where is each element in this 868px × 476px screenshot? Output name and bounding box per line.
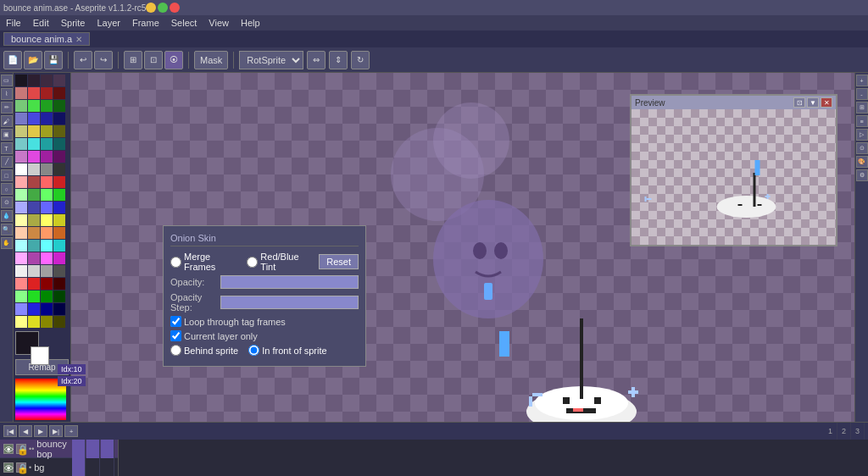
palette-toggle[interactable]: 🎨 <box>856 156 868 168</box>
tool-eyedrop[interactable]: 💧 <box>1 210 13 222</box>
settings-button[interactable]: ⚙ <box>856 169 868 181</box>
palette-color-22[interactable] <box>41 138 53 150</box>
palette-color-4[interactable] <box>15 87 27 99</box>
palette-color-47[interactable] <box>53 214 65 226</box>
palette-color-67[interactable] <box>53 278 65 290</box>
menu-sprite[interactable]: Sprite <box>58 18 88 28</box>
frame-cell-1-bg[interactable] <box>72 458 86 477</box>
zoom-out-button[interactable]: - <box>856 88 868 100</box>
save-file-button[interactable]: 💾 <box>44 51 63 69</box>
palette-color-70[interactable] <box>41 291 53 302</box>
palette-color-58[interactable] <box>41 252 53 264</box>
tl-prev-frame[interactable]: ◀ <box>19 425 32 437</box>
tool-ellipse[interactable]: ○ <box>1 183 13 195</box>
current-layer-option[interactable]: Current layer only <box>170 330 258 341</box>
palette-color-62[interactable] <box>41 265 53 277</box>
tl-next-frame[interactable]: ▶| <box>49 425 63 437</box>
palette-color-31[interactable] <box>53 163 65 175</box>
opacity-input[interactable]: 83 <box>220 275 359 289</box>
menu-edit[interactable]: Edit <box>31 18 52 28</box>
frame-cell-1-bouncy[interactable] <box>72 440 86 458</box>
tl-new-frame[interactable]: + <box>64 425 78 437</box>
palette-color-74[interactable] <box>41 303 53 315</box>
palette-color-75[interactable] <box>53 303 65 315</box>
palette-color-72[interactable] <box>15 303 27 315</box>
menu-frame[interactable]: Frame <box>130 18 162 28</box>
palette-color-49[interactable] <box>28 227 40 239</box>
palette-color-73[interactable] <box>28 303 40 315</box>
palette-color-63[interactable] <box>53 265 65 277</box>
merge-frames-radio[interactable] <box>170 257 181 268</box>
palette-color-30[interactable] <box>41 163 53 175</box>
maximize-button[interactable] <box>158 3 168 13</box>
tool-zoom[interactable]: 🔍 <box>1 224 13 235</box>
palette-color-69[interactable] <box>28 291 40 302</box>
palette-color-55[interactable] <box>53 240 65 252</box>
palette-color-26[interactable] <box>41 151 53 163</box>
opacity-step-input[interactable]: 27 <box>220 296 359 309</box>
palette-color-14[interactable] <box>41 113 53 125</box>
palette-color-40[interactable] <box>15 202 27 213</box>
loop-option[interactable]: Loop through tag frames <box>170 316 286 327</box>
palette-color-32[interactable] <box>15 176 27 188</box>
palette-color-60[interactable] <box>15 265 27 277</box>
palette-color-6[interactable] <box>41 87 53 99</box>
palette-color-50[interactable] <box>41 227 53 239</box>
palette-color-18[interactable] <box>41 125 53 137</box>
tool-brush[interactable]: 🖌 <box>1 115 13 127</box>
flip-h-button[interactable]: ⇔ <box>307 51 326 69</box>
grid-button[interactable]: ⊞ <box>124 51 142 69</box>
frame-cell-2-bouncy[interactable] <box>86 440 100 458</box>
layer-vis-bouncy[interactable]: 👁 <box>3 444 14 454</box>
tool-rect[interactable]: □ <box>1 169 13 181</box>
palette-color-1[interactable] <box>28 75 40 86</box>
tool-hand[interactable]: ✋ <box>1 237 13 249</box>
menu-help[interactable]: Help <box>238 18 263 28</box>
palette-color-24[interactable] <box>15 151 27 163</box>
palette-color-17[interactable] <box>28 125 40 137</box>
palette-color-66[interactable] <box>41 278 53 290</box>
preview-options-button[interactable]: ▼ <box>807 97 819 108</box>
tool-pencil[interactable]: ✏ <box>1 102 13 113</box>
background-color[interactable] <box>31 346 49 365</box>
palette-color-45[interactable] <box>28 214 40 226</box>
grid-toggle[interactable]: ⊞ <box>856 102 868 113</box>
palette-color-28[interactable] <box>15 163 27 175</box>
palette-color-16[interactable] <box>15 125 27 137</box>
red-blue-radio[interactable] <box>247 257 258 268</box>
palette-color-2[interactable] <box>41 75 53 86</box>
palette-color-3[interactable] <box>53 75 65 86</box>
palette-color-46[interactable] <box>41 214 53 226</box>
preview-fit-button[interactable]: ⊡ <box>793 97 805 108</box>
menu-layer[interactable]: Layer <box>94 18 123 28</box>
layer-lock-bouncy[interactable]: 🔒 <box>16 444 26 454</box>
preview-close-button[interactable]: ✕ <box>821 97 832 108</box>
in-front-radio[interactable] <box>248 345 259 356</box>
palette-color-61[interactable] <box>28 265 40 277</box>
palette-color-21[interactable] <box>28 138 40 150</box>
red-blue-option[interactable]: Red/Blue Tint <box>247 252 315 272</box>
palette-color-8[interactable] <box>15 100 27 112</box>
palette-color-64[interactable] <box>15 278 27 290</box>
palette-color-20[interactable] <box>15 138 27 150</box>
minimize-button[interactable] <box>146 3 156 13</box>
redo-button[interactable]: ↪ <box>94 51 113 69</box>
tool-line[interactable]: ╱ <box>1 156 13 168</box>
tool-marquee[interactable]: ▭ <box>1 75 13 86</box>
flip-v-button[interactable]: ⇕ <box>329 51 348 69</box>
palette-color-48[interactable] <box>15 227 27 239</box>
palette-color-77[interactable] <box>28 316 40 328</box>
zoom-in-button[interactable]: + <box>856 75 868 86</box>
close-button[interactable] <box>170 3 180 13</box>
rotate-button[interactable]: ↻ <box>351 51 370 69</box>
new-file-button[interactable]: 📄 <box>3 51 22 69</box>
tool-fill[interactable]: ▣ <box>1 129 13 141</box>
canvas-area[interactable]: Onion Skin Merge Frames Red/Blue Tint Re… <box>71 73 854 422</box>
onion-reset-button[interactable]: Reset <box>319 254 359 269</box>
tool-lasso[interactable]: ⌇ <box>1 88 13 100</box>
palette-color-68[interactable] <box>15 291 27 302</box>
palette-color-27[interactable] <box>53 151 65 163</box>
palette-color-10[interactable] <box>41 100 53 112</box>
palette-color-39[interactable] <box>53 189 65 201</box>
snap-button[interactable]: ⊡ <box>144 51 163 69</box>
